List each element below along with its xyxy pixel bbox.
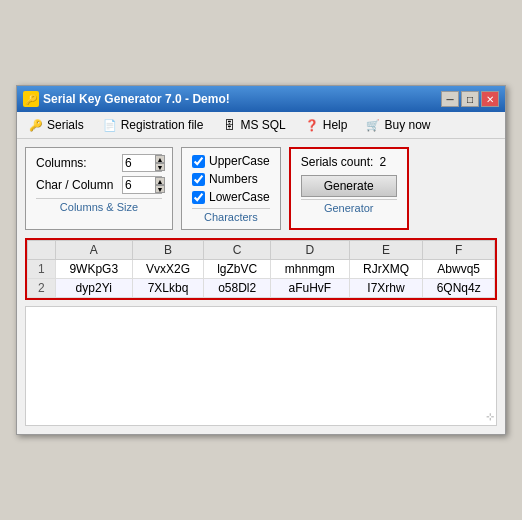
characters-box: UpperCase Numbers LowerCase Characters: [181, 147, 281, 230]
table-row: 2dyp2Yi7XLkbqo58Dl2aFuHvFI7Xrhw6QNq4z: [28, 279, 495, 298]
menu-buynow-label: Buy now: [384, 118, 430, 132]
menu-buynow[interactable]: 🛒 Buy now: [358, 114, 437, 136]
lowercase-label: LowerCase: [209, 190, 270, 204]
columns-size-section-label: Columns & Size: [36, 198, 162, 213]
header-num: [28, 241, 56, 260]
menu-mssql[interactable]: 🗄 MS SQL: [214, 114, 292, 136]
columns-row: Columns: ▲ ▼: [36, 154, 162, 172]
header-e: E: [349, 241, 423, 260]
cell-r1-c3: aFuHvF: [271, 279, 350, 298]
top-panel: Columns: ▲ ▼ Char / Column ▲: [25, 147, 497, 230]
generator-box: Serials count: 2 Generate Generator: [289, 147, 409, 230]
table-row: 19WKpG3VvxX2GlgZbVCmhnmgmRJrXMQAbwvq5: [28, 260, 495, 279]
title-bar: 🔑 Serial Key Generator 7.0 - Demo! ─ □ ✕: [17, 86, 505, 112]
numbers-label: Numbers: [209, 172, 258, 186]
columns-size-box: Columns: ▲ ▼ Char / Column ▲: [25, 147, 173, 230]
lowercase-row: LowerCase: [192, 190, 270, 204]
row-number: 2: [28, 279, 56, 298]
generate-button[interactable]: Generate: [301, 175, 397, 197]
lowercase-checkbox[interactable]: [192, 191, 205, 204]
columns-input[interactable]: [125, 156, 153, 170]
cell-r0-c4: RJrXMQ: [349, 260, 423, 279]
uppercase-checkbox[interactable]: [192, 155, 205, 168]
content-area: Columns: ▲ ▼ Char / Column ▲: [17, 139, 505, 434]
menu-serials[interactable]: 🔑 Serials: [21, 114, 91, 136]
char-col-row: Char / Column ▲ ▼: [36, 176, 162, 194]
menu-registration[interactable]: 📄 Registration file: [95, 114, 211, 136]
cart-icon: 🛒: [365, 117, 381, 133]
header-d: D: [271, 241, 350, 260]
cell-r0-c5: Abwvq5: [423, 260, 495, 279]
app-icon: 🔑: [23, 91, 39, 107]
char-col-label: Char / Column: [36, 178, 116, 192]
menu-serials-label: Serials: [47, 118, 84, 132]
columns-arrows: ▲ ▼: [155, 155, 165, 171]
generator-section-label: Generator: [301, 199, 397, 214]
serials-count-label: Serials count:: [301, 155, 374, 169]
header-b: B: [132, 241, 204, 260]
columns-up-arrow[interactable]: ▲: [155, 155, 165, 163]
numbers-row: Numbers: [192, 172, 270, 186]
cell-r1-c5: 6QNq4z: [423, 279, 495, 298]
window-controls: ─ □ ✕: [441, 91, 499, 107]
cell-r1-c2: o58Dl2: [204, 279, 271, 298]
menu-bar: 🔑 Serials 📄 Registration file 🗄 MS SQL ❓…: [17, 112, 505, 139]
cell-r0-c0: 9WKpG3: [55, 260, 132, 279]
cell-r1-c4: I7Xrhw: [349, 279, 423, 298]
close-button[interactable]: ✕: [481, 91, 499, 107]
columns-label: Columns:: [36, 156, 116, 170]
menu-registration-label: Registration file: [121, 118, 204, 132]
char-col-down-arrow[interactable]: ▼: [155, 185, 165, 193]
bottom-area: ⊹: [25, 306, 497, 426]
columns-spinbox[interactable]: ▲ ▼: [122, 154, 162, 172]
resize-handle[interactable]: ⊹: [482, 411, 494, 423]
main-window: 🔑 Serial Key Generator 7.0 - Demo! ─ □ ✕…: [16, 85, 506, 435]
numbers-checkbox[interactable]: [192, 173, 205, 186]
data-table-area: A B C D E F 19WKpG3VvxX2GlgZbVCmhnmgmRJr…: [25, 238, 497, 300]
char-col-arrows: ▲ ▼: [155, 177, 165, 193]
cell-r1-c1: 7XLkbq: [132, 279, 204, 298]
uppercase-label: UpperCase: [209, 154, 270, 168]
header-c: C: [204, 241, 271, 260]
minimize-button[interactable]: ─: [441, 91, 459, 107]
characters-section-label: Characters: [192, 208, 270, 223]
registration-icon: 📄: [102, 117, 118, 133]
char-col-up-arrow[interactable]: ▲: [155, 177, 165, 185]
serials-table: A B C D E F 19WKpG3VvxX2GlgZbVCmhnmgmRJr…: [27, 240, 495, 298]
title-bar-left: 🔑 Serial Key Generator 7.0 - Demo!: [23, 91, 230, 107]
char-col-input[interactable]: [125, 178, 153, 192]
header-f: F: [423, 241, 495, 260]
window-title: Serial Key Generator 7.0 - Demo!: [43, 92, 230, 106]
cell-r0-c1: VvxX2G: [132, 260, 204, 279]
cell-r0-c3: mhnmgm: [271, 260, 350, 279]
help-icon: ❓: [304, 117, 320, 133]
cell-r0-c2: lgZbVC: [204, 260, 271, 279]
maximize-button[interactable]: □: [461, 91, 479, 107]
menu-help-label: Help: [323, 118, 348, 132]
menu-help[interactable]: ❓ Help: [297, 114, 355, 136]
menu-mssql-label: MS SQL: [240, 118, 285, 132]
cell-r1-c0: dyp2Yi: [55, 279, 132, 298]
char-col-spinbox[interactable]: ▲ ▼: [122, 176, 162, 194]
columns-down-arrow[interactable]: ▼: [155, 163, 165, 171]
uppercase-row: UpperCase: [192, 154, 270, 168]
serials-icon: 🔑: [28, 117, 44, 133]
serials-count-row: Serials count: 2: [301, 155, 397, 169]
row-number: 1: [28, 260, 56, 279]
header-a: A: [55, 241, 132, 260]
mssql-icon: 🗄: [221, 117, 237, 133]
serials-count-value: 2: [379, 155, 386, 169]
table-header-row: A B C D E F: [28, 241, 495, 260]
